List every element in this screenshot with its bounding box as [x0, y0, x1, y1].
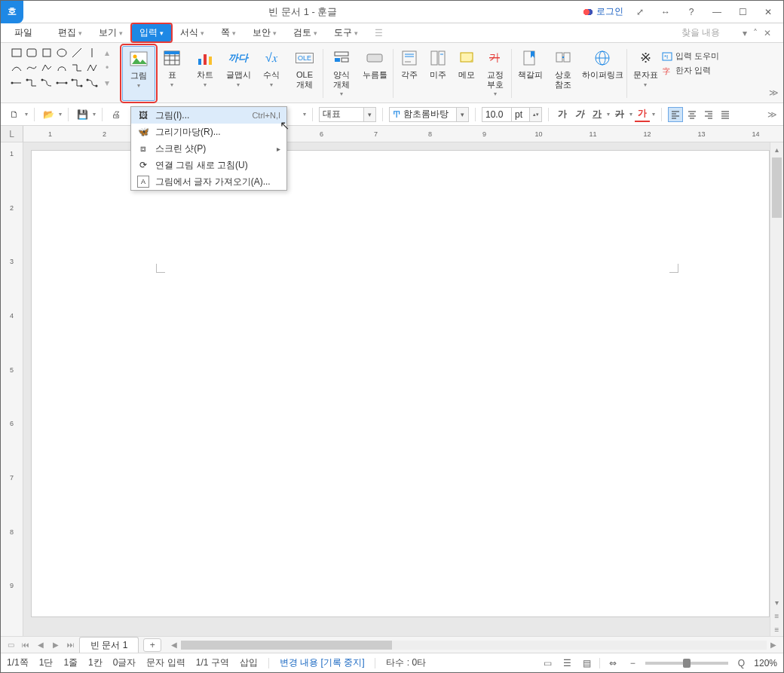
- status-tracking[interactable]: 변경 내용 [기록 중지]: [280, 656, 365, 669]
- menu-tools[interactable]: 도구▾: [326, 24, 366, 41]
- print-icon[interactable]: 🖨: [109, 107, 124, 122]
- dd-ocr[interactable]: A 그림에서 글자 가져오기(A)...: [131, 173, 286, 190]
- shape-conn3-icon[interactable]: [40, 76, 54, 90]
- vertical-scrollbar[interactable]: ▴ ▾ ≡ ≡: [770, 142, 783, 636]
- shape-rect-icon[interactable]: [10, 46, 23, 60]
- horizontal-scrollbar[interactable]: ◀ ▶: [164, 637, 783, 653]
- tab-last-icon[interactable]: ⏭: [64, 638, 78, 652]
- align-center-button[interactable]: [684, 107, 700, 122]
- shape-conn4-icon[interactable]: [55, 76, 69, 90]
- shape-scroll-mid-icon[interactable]: •: [100, 61, 114, 75]
- zoom-value[interactable]: 120%: [754, 658, 777, 668]
- menubar-search[interactable]: 찾을 내용 ▾ ˄ ✕: [681, 26, 777, 39]
- shape-freeform-icon[interactable]: [55, 61, 69, 75]
- bold-button[interactable]: 가: [555, 107, 570, 122]
- ribbon-charmap-button[interactable]: ※ 문자표 ▾: [629, 46, 662, 101]
- shape-conn6-icon[interactable]: [85, 76, 99, 90]
- tab-first-icon[interactable]: ⏮: [19, 638, 32, 652]
- zoom-in-button[interactable]: Q: [734, 656, 748, 670]
- ribbon-table-button[interactable]: 표 ▾: [155, 46, 188, 101]
- scroll-prevpage-icon[interactable]: ≡: [770, 609, 783, 623]
- view-web-icon[interactable]: ▤: [580, 656, 593, 670]
- fullscreen-icon[interactable]: ⤢: [631, 5, 649, 20]
- qat-overflow-icon[interactable]: ≫: [767, 109, 777, 120]
- minimize-button[interactable]: —: [708, 5, 726, 20]
- menu-view[interactable]: 보기▾: [91, 24, 130, 41]
- menu-edit[interactable]: 편집▾: [51, 24, 90, 41]
- align-justify-button[interactable]: [718, 107, 733, 122]
- dd-drawing-garden[interactable]: 🦋 그리기마당(R)...: [131, 124, 286, 140]
- scroll-left-icon[interactable]: ◀: [167, 638, 181, 652]
- shape-square-icon[interactable]: [40, 46, 54, 60]
- page-viewport[interactable]: [23, 142, 770, 636]
- style-combo[interactable]: 대표▾: [319, 107, 376, 122]
- help-icon[interactable]: ?: [682, 5, 700, 20]
- shape-zigzag-icon[interactable]: [85, 61, 99, 75]
- vertical-ruler[interactable]: 1 2 3 4 5 6 7 8 9: [1, 142, 23, 636]
- fit-width-icon[interactable]: ⇔: [606, 656, 620, 670]
- ribbon-memo-button[interactable]: 메모: [452, 46, 481, 101]
- menu-page[interactable]: 쪽▾: [213, 24, 243, 41]
- scroll-down-icon[interactable]: ▾: [770, 595, 783, 609]
- ribbon-revision-button[interactable]: 가 교정 부호 ▾: [481, 46, 510, 101]
- ribbon-endnote-button[interactable]: 미주: [424, 46, 452, 101]
- ribbon-form-button[interactable]: 양식 개체 ▾: [325, 46, 358, 101]
- open-icon[interactable]: 📂: [41, 107, 56, 122]
- menu-input[interactable]: 입력▾: [132, 24, 171, 41]
- menu-format[interactable]: 서식▾: [173, 24, 212, 41]
- scroll-thumb-v[interactable]: [772, 158, 782, 218]
- menu-review[interactable]: 검토▾: [286, 24, 325, 41]
- ribbon-chart-button[interactable]: 차트 ▾: [188, 46, 222, 101]
- ribbon-ole-button[interactable]: OLE OLE 개체: [288, 46, 321, 101]
- ribbon-wordart-button[interactable]: 까다 글맵시 ▾: [222, 46, 255, 101]
- dd-screenshot[interactable]: ⧈ 스크린 샷(P) ▸: [131, 140, 286, 157]
- shape-conn1-icon[interactable]: [10, 76, 23, 90]
- zoom-thumb[interactable]: [683, 659, 691, 668]
- shape-vline-icon[interactable]: [85, 46, 99, 60]
- layout-help-icon[interactable]: ↔: [657, 5, 675, 20]
- document-page[interactable]: [31, 150, 770, 617]
- input-helper-button[interactable]: *I 입력 도우미: [662, 50, 719, 62]
- ribbon-bookmark-button[interactable]: 책갈피: [513, 46, 547, 101]
- shape-ellipse-icon[interactable]: [55, 46, 69, 60]
- shape-scroll-up-icon[interactable]: ▴: [100, 46, 114, 60]
- menu-file[interactable]: 파일: [7, 24, 40, 41]
- shape-elbow-icon[interactable]: [70, 61, 84, 75]
- ribbon-footnote-button[interactable]: 각주: [395, 46, 424, 101]
- tab-prev-icon[interactable]: ◀: [34, 638, 47, 652]
- login-button[interactable]: 로그인: [583, 5, 623, 18]
- horizontal-ruler[interactable]: 1 2 3 4 5 6 7 8 9 10 11 12 13 14: [1, 126, 783, 142]
- shape-line-icon[interactable]: [70, 46, 84, 60]
- ribbon-hyperlink-button[interactable]: 하이퍼링크: [580, 46, 625, 101]
- menu-extra-icon[interactable]: ☰: [367, 26, 390, 41]
- menu-security[interactable]: 보안▾: [245, 24, 284, 41]
- ribbon-picture-button[interactable]: 그림 ▾: [122, 46, 155, 101]
- ribbon-formula-button[interactable]: √𝑥 수식 ▾: [255, 46, 288, 101]
- zoom-out-button[interactable]: −: [626, 656, 639, 670]
- close-button[interactable]: ✕: [759, 5, 777, 20]
- ribbon-pressable-button[interactable]: 누름틀: [358, 46, 391, 101]
- view-mode-icon[interactable]: ▭: [4, 638, 17, 652]
- maximize-button[interactable]: ☐: [733, 5, 752, 20]
- ribbon-collapse-icon[interactable]: ≫: [769, 87, 779, 98]
- tab-next-icon[interactable]: ▶: [49, 638, 63, 652]
- ribbon-crossref-button[interactable]: 상호 참조: [547, 46, 580, 101]
- scroll-thumb-h[interactable]: [181, 641, 392, 650]
- shape-curve-icon[interactable]: [25, 61, 38, 75]
- search-up-icon[interactable]: ˄: [753, 28, 758, 38]
- align-left-button[interactable]: [668, 107, 683, 122]
- italic-button[interactable]: 가: [572, 107, 587, 122]
- new-doc-icon[interactable]: 🗋: [7, 107, 22, 122]
- strike-button[interactable]: 가: [612, 107, 627, 122]
- scroll-nextpage-icon[interactable]: ≡: [770, 623, 783, 636]
- zoom-slider[interactable]: [645, 662, 728, 665]
- shape-polyline-icon[interactable]: [40, 61, 54, 75]
- scroll-right-icon[interactable]: ▶: [767, 638, 780, 652]
- dd-refresh-linked[interactable]: ⟳ 연결 그림 새로 고침(U): [131, 157, 286, 173]
- font-combo[interactable]: Ͳ함초롬바탕▾: [389, 107, 469, 122]
- shapes-gallery[interactable]: ▴ • ▾: [5, 46, 118, 101]
- shape-rounded-icon[interactable]: [25, 46, 38, 60]
- shape-conn2-icon[interactable]: [25, 76, 38, 90]
- font-color-button[interactable]: 가: [635, 107, 650, 122]
- add-tab-button[interactable]: +: [143, 638, 161, 652]
